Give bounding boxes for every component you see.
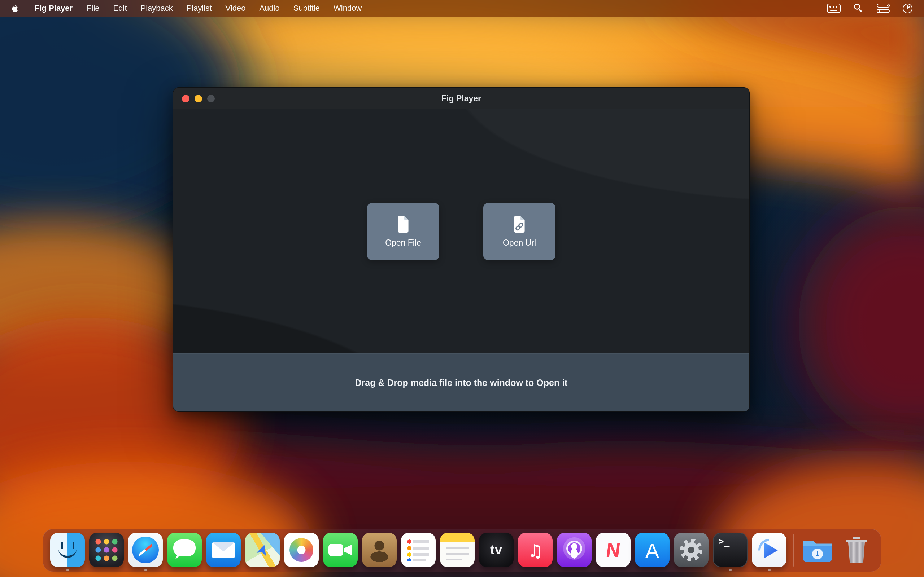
window-content: Open File Open Url — [173, 109, 749, 353]
trash-icon — [839, 533, 874, 567]
window-titlebar[interactable]: Fig Player — [173, 88, 749, 109]
terminal-icon — [713, 533, 748, 567]
document-icon — [396, 215, 411, 233]
open-url-button[interactable]: Open Url — [483, 203, 556, 260]
running-indicator — [729, 569, 732, 571]
menu-item-video[interactable]: Video — [219, 3, 253, 13]
dock-item-mail[interactable] — [204, 529, 243, 572]
dock-item-music[interactable] — [516, 529, 555, 572]
dock-item-terminal[interactable] — [711, 529, 750, 572]
messages-icon — [167, 533, 202, 567]
dock-item-facetime[interactable] — [321, 529, 360, 572]
photos-icon — [284, 533, 319, 567]
apple-icon — [11, 3, 19, 13]
traffic-lights — [182, 88, 215, 109]
podcasts-icon — [557, 533, 591, 567]
menu-item-audio[interactable]: Audio — [252, 3, 286, 13]
menu-item-subtitle[interactable]: Subtitle — [287, 3, 327, 13]
mail-icon — [206, 533, 241, 567]
apple-menu[interactable] — [0, 3, 27, 13]
menu-bar: Fig Player FileEditPlaybackPlaylistVideo… — [0, 0, 924, 16]
drop-hint-text: Drag & Drop media file into the window t… — [355, 377, 568, 388]
menu-item-window[interactable]: Window — [327, 3, 368, 13]
figplayer-icon — [752, 533, 787, 567]
control-center-icon[interactable] — [877, 3, 890, 13]
dock-item-reminders[interactable] — [399, 529, 438, 572]
menu-item-file[interactable]: File — [80, 3, 106, 13]
control-center-toggle-bottom — [877, 9, 890, 13]
notes-icon — [440, 533, 475, 567]
running-indicator — [144, 569, 147, 571]
document-link-icon — [512, 215, 527, 233]
appstore-icon — [635, 533, 670, 567]
dock-item-messages[interactable] — [165, 529, 204, 572]
facetime-icon — [323, 533, 358, 567]
safari-icon — [128, 533, 163, 567]
close-button[interactable] — [182, 95, 189, 102]
finder-icon — [50, 533, 85, 567]
zoom-button[interactable] — [207, 95, 215, 102]
dock-item-notes[interactable] — [438, 529, 477, 572]
dock-item-appstore[interactable] — [633, 529, 672, 572]
dock — [43, 529, 881, 572]
dock-separator — [793, 534, 794, 567]
input-source-icon[interactable] — [827, 3, 841, 13]
dock-item-launchpad[interactable] — [87, 529, 126, 572]
settings-icon — [674, 533, 709, 567]
dock-item-news[interactable] — [594, 529, 633, 572]
running-indicator — [66, 569, 69, 571]
dock-item-contacts[interactable] — [360, 529, 399, 572]
dock-item-maps[interactable] — [243, 529, 282, 572]
window-title: Fig Player — [441, 94, 481, 103]
running-indicator — [768, 569, 771, 571]
reminders-icon — [401, 533, 436, 567]
news-icon — [596, 533, 630, 567]
dock-item-settings[interactable] — [672, 529, 711, 572]
dock-item-podcasts[interactable] — [555, 529, 594, 572]
dock-apps — [48, 529, 789, 572]
menu-app-name[interactable]: Fig Player — [27, 3, 80, 13]
open-file-label: Open File — [385, 238, 421, 248]
dock-item-trash[interactable] — [837, 529, 876, 572]
maps-icon — [245, 533, 280, 567]
menu-item-playback[interactable]: Playback — [134, 3, 180, 13]
menu-items: FileEditPlaybackPlaylistVideoAudioSubtit… — [80, 3, 368, 13]
contacts-icon — [362, 533, 397, 567]
dock-item-safari[interactable] — [126, 529, 165, 572]
launchpad-icon — [89, 533, 124, 567]
tv-icon — [479, 533, 514, 567]
open-file-button[interactable]: Open File — [367, 203, 439, 260]
control-center-toggle-top — [877, 3, 890, 8]
menu-item-playlist[interactable]: Playlist — [180, 3, 219, 13]
menu-item-edit[interactable]: Edit — [107, 3, 134, 13]
menu-status-area — [827, 3, 924, 13]
drop-zone: Drag & Drop media file into the window t… — [173, 353, 749, 411]
spotlight-search-icon[interactable] — [854, 3, 864, 13]
music-icon — [518, 533, 552, 567]
app-window: Fig Player Open File Open Url Drag & Dro… — [173, 87, 750, 412]
open-url-label: Open Url — [503, 238, 536, 248]
downloads-icon — [800, 533, 835, 567]
minimize-button[interactable] — [195, 95, 202, 102]
dock-item-downloads[interactable] — [798, 529, 837, 572]
clock-icon[interactable] — [903, 3, 913, 13]
dock-extras — [798, 529, 876, 572]
dock-item-figplayer[interactable] — [750, 529, 789, 572]
dock-item-tv[interactable] — [477, 529, 516, 572]
dock-item-finder[interactable] — [48, 529, 87, 572]
dock-item-photos[interactable] — [282, 529, 321, 572]
